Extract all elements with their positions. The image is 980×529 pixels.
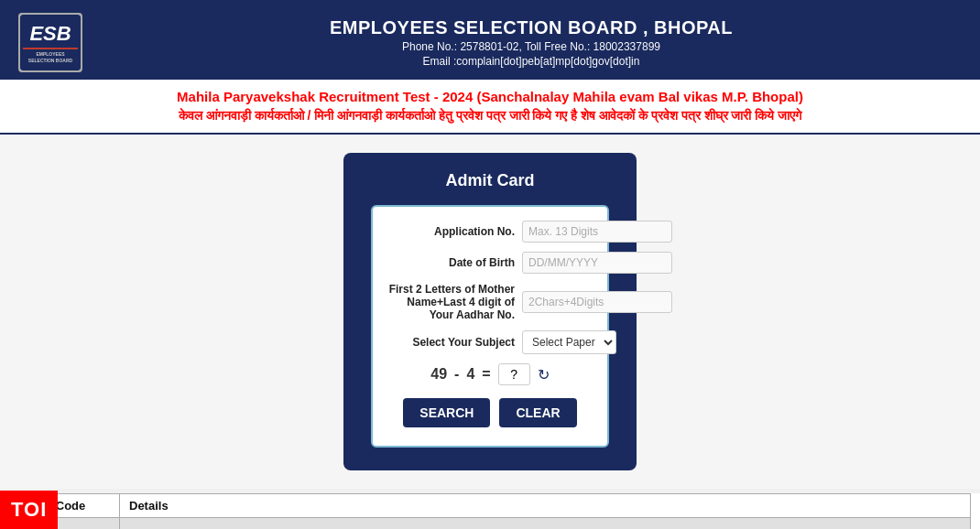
button-row: SEARCH CLEAR [387,398,593,427]
email-info: Email :complain[dot]peb[at]mp[dot]gov[do… [101,55,962,68]
admit-card-container: Admit Card Application No. Date of Birth… [343,153,637,470]
captcha-row: 49 - 4 = ↻ [387,363,593,385]
clear-button[interactable]: CLEAR [499,398,576,427]
logo: ESB EMPLOYEESSELECTION BOARD [18,13,82,72]
captcha-num2: 4 [466,366,474,383]
toi-badge: TOI [0,491,58,529]
mother-aadhar-input[interactable] [522,291,672,313]
captcha-equals: = [482,366,490,383]
notice-line2: केवल आंगनवाड़ी कार्यकर्ताओ / मिनी आंगनवा… [18,108,962,124]
notice-line1: Mahila Paryavekshak Recruitment Test - 2… [18,89,962,104]
application-no-row: Application No. [387,221,593,243]
captcha-answer-input[interactable] [498,363,530,385]
subject-label: Select Your Subject [387,336,515,349]
mother-aadhar-row: First 2 Letters of Mother Name+Last 4 di… [387,283,593,321]
table-row [10,518,971,530]
captcha-num1: 49 [430,366,447,383]
notice-bar: Mahila Paryavekshak Recruitment Test - 2… [0,80,980,135]
header: ESB EMPLOYEESSELECTION BOARD EMPLOYEES S… [0,5,980,80]
org-name: EMPLOYEES SELECTION BOARD , BHOPAL [101,17,962,38]
phone-info: Phone No.: 2578801-02, Toll Free No.: 18… [101,40,962,53]
table-area: Paper Code Details [0,493,980,529]
details-cell [120,518,971,530]
logo-subtext: EMPLOYEESSELECTION BOARD [28,51,72,63]
subject-row: Select Your Subject Select Paper [387,330,593,354]
application-no-label: Application No. [387,225,515,238]
col-details: Details [120,494,971,518]
table-header-row: Paper Code Details [10,494,971,518]
application-no-input[interactable] [522,221,672,243]
dob-label: Date of Birth [387,256,515,269]
dob-row: Date of Birth [387,252,593,274]
refresh-icon[interactable]: ↻ [538,366,550,383]
result-table: Paper Code Details [9,493,971,529]
form-panel: Application No. Date of Birth First 2 Le… [371,205,609,448]
subject-select[interactable]: Select Paper [522,330,616,354]
dob-input[interactable] [522,252,672,274]
search-button[interactable]: SEARCH [403,398,490,427]
mother-aadhar-label: First 2 Letters of Mother Name+Last 4 di… [387,283,515,321]
captcha-operator: - [454,366,459,383]
logo-text: ESB [29,22,71,46]
header-info: EMPLOYEES SELECTION BOARD , BHOPAL Phone… [101,17,962,68]
admit-card-title: Admit Card [371,171,609,190]
main-content: Admit Card Application No. Date of Birth… [0,135,980,489]
